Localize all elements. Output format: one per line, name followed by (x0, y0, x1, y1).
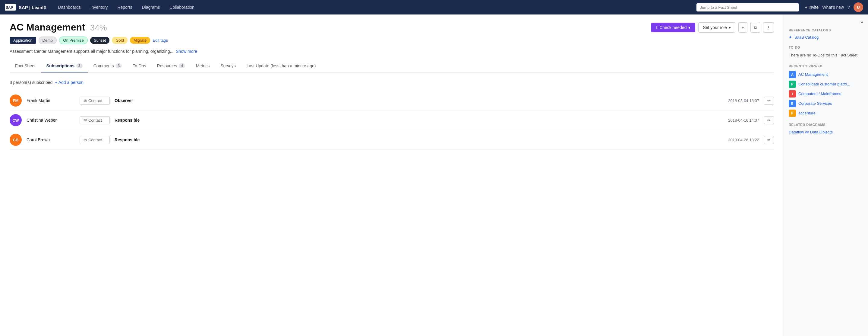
contact-button-frank-martin[interactable]: ✉ Contact (80, 96, 110, 105)
contact-button-carol-brown[interactable]: ✉ Contact (80, 136, 110, 144)
right-sidebar: » REFERENCE CATALOGS ✦ SaaS Catalog TO-D… (783, 15, 868, 336)
subscribed-header: 3 person(s) subscribed + Add a person (10, 80, 774, 85)
catalog-icon: ✦ (789, 35, 792, 39)
completion-percentage: 34% (90, 23, 107, 33)
edit-button-frank-martin[interactable]: ✏ (764, 96, 774, 105)
logo[interactable]: SAP SAP | LeanIX (5, 4, 46, 10)
rv-label-consolidate: Consolidate customer platfo... (798, 82, 850, 86)
role-carol-brown: Responsible (115, 137, 723, 142)
invite-button[interactable]: + Invite (805, 5, 819, 10)
envelope-icon: ✉ (84, 118, 87, 122)
rv-label-accenture: accenture (798, 111, 815, 115)
title-row: AC Management 34% ℹ Check needed ▾ Set y… (10, 22, 774, 33)
set-role-button[interactable]: Set your role ▾ (698, 22, 735, 33)
chevron-down-icon: ▾ (729, 25, 731, 30)
sidebar-toggle-button[interactable]: » (789, 19, 863, 25)
tab-surveys[interactable]: Surveys (215, 60, 241, 73)
more-options-button[interactable]: ⋮ (763, 22, 774, 33)
page-header: AC Management 34% ℹ Check needed ▾ Set y… (0, 15, 783, 73)
page-actions: ℹ Check needed ▾ Set your role ▾ + ⧉ ⋮ (651, 22, 774, 33)
tab-last-update[interactable]: Last Update (less than a minute ago) (241, 60, 321, 73)
subscription-row: CB Carol Brown ✉ Contact Responsible 201… (10, 130, 774, 150)
rv-badge-a: A (789, 71, 796, 78)
role-frank-martin: Observer (115, 98, 723, 103)
recently-viewed-item[interactable]: A AC Management (789, 71, 863, 78)
person-name-christina-weber: Christina Weber (27, 118, 75, 122)
edit-tags-button[interactable]: Edit tags (153, 38, 168, 43)
nav-right-actions: + Invite What's new ? U (805, 2, 863, 12)
check-needed-button[interactable]: ℹ Check needed ▾ (651, 23, 695, 32)
add-button[interactable]: + (738, 22, 747, 33)
avatar[interactable]: U (854, 2, 863, 12)
copy-button[interactable]: ⧉ (750, 22, 760, 33)
recently-viewed-item[interactable]: T Computers / Mainframes (789, 90, 863, 97)
info-icon: ℹ (656, 25, 657, 30)
tag-demo[interactable]: Demo (39, 36, 57, 44)
date-christina-weber: 2018-04-16 14:07 (728, 118, 759, 122)
date-carol-brown: 2019-04-26 18:22 (728, 138, 759, 142)
envelope-icon: ✉ (84, 99, 87, 103)
role-christina-weber: Responsible (115, 118, 723, 122)
tab-todos[interactable]: To-Dos (127, 60, 151, 73)
nav-collaboration[interactable]: Collaboration (165, 2, 199, 12)
description-text: Assessment Center Management supports al… (10, 49, 173, 54)
todo-text: There are no To-Dos for this Fact Sheet. (789, 52, 863, 58)
todo-section: TO-DO There are no To-Dos for this Fact … (789, 46, 863, 58)
rv-label-corporate-services: Corporate Services (798, 101, 832, 106)
rv-badge-t: T (789, 90, 796, 97)
tag-migrate[interactable]: Migrate (130, 37, 150, 44)
resources-badge: 4 (179, 63, 185, 68)
add-person-button[interactable]: + Add a person (55, 80, 84, 85)
nav-dashboards[interactable]: Dashboards (54, 2, 85, 12)
edit-button-christina-weber[interactable]: ✏ (764, 116, 774, 124)
saas-catalog-link[interactable]: ✦ SaaS Catalog (789, 35, 863, 39)
tab-subscriptions[interactable]: Subscriptions 3 (41, 60, 88, 73)
todo-title: TO-DO (789, 46, 863, 49)
tab-resources[interactable]: Resources 4 (151, 60, 190, 73)
main-layout: AC Management 34% ℹ Check needed ▾ Set y… (0, 15, 868, 336)
edit-button-carol-brown[interactable]: ✏ (764, 136, 774, 144)
person-name-frank-martin: Frank Martin (27, 98, 75, 103)
subscription-row: CW Christina Weber ✉ Contact Responsible… (10, 111, 774, 130)
whats-new-button[interactable]: What's new (822, 5, 844, 10)
rv-badge-p: P (789, 81, 796, 88)
recently-viewed-item[interactable]: B Corporate Services (789, 100, 863, 107)
rv-badge-b: B (789, 100, 796, 107)
tag-sunset[interactable]: Sunset (90, 37, 110, 44)
nav-diagrams[interactable]: Diagrams (137, 2, 164, 12)
nav-inventory[interactable]: Inventory (86, 2, 112, 12)
nav-links: Dashboards Inventory Reports Diagrams Co… (54, 2, 694, 12)
help-button[interactable]: ? (847, 5, 850, 10)
avatar-christina-weber: CW (10, 114, 22, 126)
show-more-button[interactable]: Show more (176, 49, 197, 54)
tag-application[interactable]: Application (10, 37, 36, 44)
page-title: AC Management (10, 22, 85, 33)
recently-viewed-item[interactable]: P Consolidate customer platfo... (789, 81, 863, 88)
recently-viewed-section: RECENTLY VIEWED A AC Management P Consol… (789, 64, 863, 117)
tag-on-premise[interactable]: On Premise (59, 36, 88, 44)
tag-gold[interactable]: Gold (112, 37, 127, 44)
subscriptions-badge: 3 (76, 63, 83, 68)
recently-viewed-item[interactable]: P accenture (789, 110, 863, 117)
subscribed-count: 3 person(s) subscribed (10, 80, 53, 85)
avatar-carol-brown: CB (10, 134, 22, 146)
rv-badge-p2: P (789, 110, 796, 117)
person-name-carol-brown: Carol Brown (27, 137, 75, 142)
date-frank-martin: 2018-03-04 13:07 (728, 99, 759, 103)
brand-name: SAP | LeanIX (19, 5, 46, 10)
tabs-row: Fact Sheet Subscriptions 3 Comments 3 To… (10, 60, 774, 73)
tab-comments[interactable]: Comments 3 (88, 60, 127, 73)
global-search-input[interactable] (696, 3, 799, 11)
nav-reports[interactable]: Reports (113, 2, 136, 12)
tab-fact-sheet[interactable]: Fact Sheet (10, 60, 41, 73)
related-diagram-link[interactable]: Dataflow w/ Data Objects (789, 130, 833, 134)
related-diagrams-title: RELATED DIAGRAMS (789, 123, 863, 127)
reference-catalogs-section: REFERENCE CATALOGS ✦ SaaS Catalog (789, 28, 863, 39)
tags-row: Application Demo On Premise Sunset Gold … (10, 36, 774, 44)
tab-metrics[interactable]: Metrics (190, 60, 215, 73)
contact-button-christina-weber[interactable]: ✉ Contact (80, 116, 110, 124)
subscription-row: FM Frank Martin ✉ Contact Observer 2018-… (10, 91, 774, 111)
envelope-icon: ✉ (84, 138, 87, 142)
top-navigation: SAP SAP | LeanIX Dashboards Inventory Re… (0, 0, 868, 15)
chevron-down-icon: ▾ (688, 25, 690, 30)
